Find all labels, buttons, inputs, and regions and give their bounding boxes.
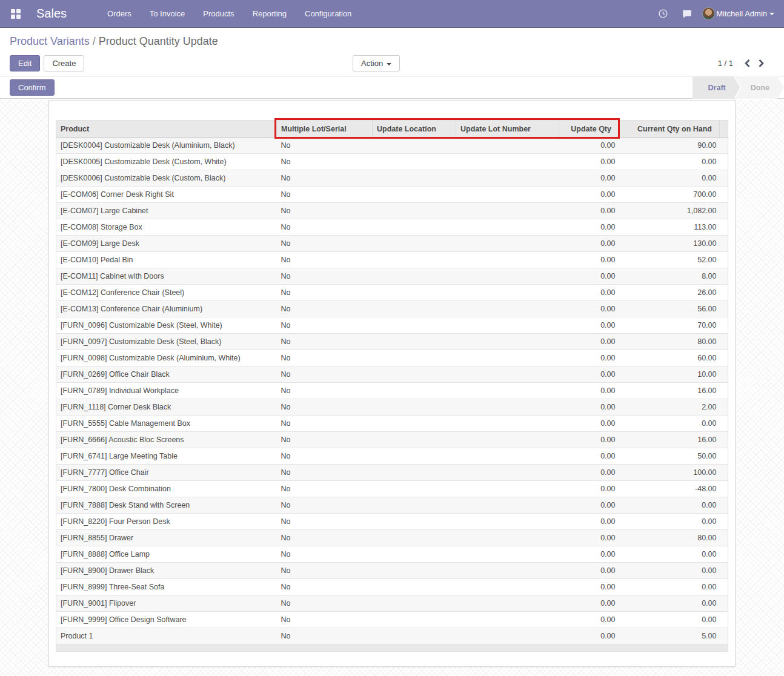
table-row[interactable]: [E-COM08] Storage Box No 0.00 113.00 — [56, 219, 728, 236]
cell-current-qty-on-hand: 700.00 — [619, 187, 720, 203]
cell-current-qty-on-hand: 16.00 — [619, 383, 720, 399]
cell-update-qty: 0.00 — [559, 448, 619, 465]
edit-button[interactable]: Edit — [10, 55, 40, 71]
cell-filler — [720, 219, 728, 236]
column-header-update-lot-number[interactable]: Update Lot Number — [456, 121, 559, 138]
table-row[interactable]: [DESK0006] Customizable Desk (Custom, Bl… — [56, 170, 728, 187]
top-navbar: Sales Orders To Invoice Products Reporti… — [0, 0, 784, 28]
cell-update-location — [373, 317, 456, 334]
table-row[interactable]: [FURN_0269] Office Chair Black No 0.00 1… — [56, 366, 728, 383]
menu-orders[interactable]: Orders — [101, 5, 138, 22]
cell-update-lot-number — [456, 432, 559, 448]
cell-update-lot-number — [456, 416, 559, 432]
table-row[interactable]: [FURN_8999] Three-Seat Sofa No 0.00 0.00 — [56, 579, 728, 595]
cell-current-qty-on-hand: 26.00 — [619, 285, 720, 301]
cell-product: [FURN_0789] Individual Workplace — [56, 383, 277, 399]
table-row[interactable]: [FURN_6666] Acoustic Bloc Screens No 0.0… — [56, 432, 728, 448]
table-row[interactable]: [FURN_1118] Corner Desk Black No 0.00 2.… — [56, 399, 728, 416]
cell-filler — [720, 595, 728, 612]
column-header-multiple-lot-serial[interactable]: Multiple Lot/Serial — [277, 121, 373, 138]
table-row[interactable]: [FURN_0096] Customizable Desk (Steel, Wh… — [56, 317, 728, 334]
column-header-current-qty-on-hand[interactable]: Current Qty on Hand — [619, 121, 720, 138]
table-row[interactable]: [FURN_0097] Customizable Desk (Steel, Bl… — [56, 334, 728, 350]
cell-current-qty-on-hand: 80.00 — [619, 530, 720, 546]
cell-current-qty-on-hand: 16.00 — [619, 432, 720, 448]
cell-update-qty: 0.00 — [559, 236, 619, 252]
cell-filler — [720, 612, 728, 628]
cell-multiple-lot-serial: No — [277, 497, 373, 514]
cell-update-lot-number — [456, 301, 559, 317]
cell-update-location — [373, 203, 456, 219]
cell-filler — [720, 579, 728, 595]
table-row[interactable]: [FURN_9001] Flipover No 0.00 0.00 — [56, 595, 728, 612]
menu-configuration[interactable]: Configuration — [298, 5, 358, 22]
confirm-button[interactable]: Confirm — [10, 79, 55, 96]
column-header-update-location[interactable]: Update Location — [373, 121, 456, 138]
column-header-update-qty[interactable]: Update Qty — [559, 121, 619, 138]
table-row[interactable]: [FURN_9999] Office Design Software No 0.… — [56, 612, 728, 628]
menu-reporting[interactable]: Reporting — [246, 5, 293, 22]
table-row[interactable]: [E-COM11] Cabinet with Doors No 0.00 8.0… — [56, 268, 728, 285]
table-row[interactable]: [E-COM13] Conference Chair (Aluminium) N… — [56, 301, 728, 317]
status-draft[interactable]: Draft — [693, 76, 740, 99]
cell-multiple-lot-serial: No — [277, 252, 373, 268]
table-row[interactable]: [E-COM06] Corner Desk Right Sit No 0.00 … — [56, 187, 728, 203]
cell-update-location — [373, 612, 456, 628]
table-row[interactable]: [FURN_7777] Office Chair No 0.00 100.00 — [56, 465, 728, 481]
cell-current-qty-on-hand: 0.00 — [619, 595, 720, 612]
table-row[interactable]: [DESK0005] Customizable Desk (Custom, Wh… — [56, 154, 728, 170]
chevron-left-icon — [744, 59, 751, 68]
cell-current-qty-on-hand: 2.00 — [619, 399, 720, 416]
cell-update-lot-number — [456, 595, 559, 612]
table-row[interactable]: [FURN_8220] Four Person Desk No 0.00 0.0… — [56, 514, 728, 530]
form-view-background: Product Multiple Lot/Serial Update Locat… — [0, 100, 784, 676]
table-row[interactable]: [FURN_7800] Desk Combination No 0.00 -48… — [56, 481, 728, 497]
pager-previous-button[interactable] — [743, 58, 752, 69]
table-row[interactable]: [FURN_0098] Customizable Desk (Aluminium… — [56, 350, 728, 366]
table-row[interactable]: [E-COM12] Conference Chair (Steel) No 0.… — [56, 285, 728, 301]
menu-to-invoice[interactable]: To Invoice — [143, 5, 192, 22]
status-done[interactable]: Done — [735, 76, 784, 99]
pager-next-button[interactable] — [757, 58, 766, 69]
cell-filler — [720, 203, 728, 219]
cell-filler — [720, 285, 728, 301]
cell-update-lot-number — [456, 579, 559, 595]
cell-update-qty: 0.00 — [559, 546, 619, 563]
table-row[interactable]: [FURN_6741] Large Meeting Table No 0.00 … — [56, 448, 728, 465]
cell-update-location — [373, 366, 456, 383]
table-row[interactable]: [E-COM07] Large Cabinet No 0.00 1,082.00 — [56, 203, 728, 219]
cell-update-location — [373, 252, 456, 268]
column-header-product[interactable]: Product — [56, 121, 277, 138]
table-row[interactable]: [FURN_8888] Office Lamp No 0.00 0.00 — [56, 546, 728, 563]
cell-product: [FURN_5555] Cable Management Box — [56, 416, 277, 432]
table-row[interactable]: [FURN_8900] Drawer Black No 0.00 0.00 — [56, 563, 728, 579]
activities-clock-icon[interactable] — [654, 5, 672, 23]
table-row[interactable]: [DESK0004] Customizable Desk (Aluminium,… — [56, 138, 728, 154]
table-row[interactable]: [E-COM10] Pedal Bin No 0.00 52.00 — [56, 252, 728, 268]
cell-update-qty: 0.00 — [559, 481, 619, 497]
cell-update-lot-number — [456, 317, 559, 334]
table-row[interactable]: Product 1 No 0.00 5.00 — [56, 628, 728, 645]
messages-chat-icon[interactable] — [678, 5, 696, 23]
cell-filler — [720, 301, 728, 317]
action-dropdown-button[interactable]: Action — [353, 55, 400, 71]
apps-menu-icon[interactable] — [11, 9, 21, 19]
cell-product: [DESK0004] Customizable Desk (Aluminium,… — [56, 138, 277, 154]
user-menu[interactable]: Mitchell Admin — [702, 5, 774, 23]
create-button[interactable]: Create — [44, 55, 84, 71]
table-row[interactable]: [FURN_5555] Cable Management Box No 0.00… — [56, 416, 728, 432]
table-row[interactable]: [FURN_7888] Desk Stand with Screen No 0.… — [56, 497, 728, 514]
menu-products[interactable]: Products — [196, 5, 241, 22]
table-row[interactable]: [E-COM09] Large Desk No 0.00 130.00 — [56, 236, 728, 252]
table-row[interactable]: [FURN_8855] Drawer No 0.00 80.00 — [56, 530, 728, 546]
cell-product: [FURN_8855] Drawer — [56, 530, 277, 546]
cell-product: [FURN_8900] Drawer Black — [56, 563, 277, 579]
cell-current-qty-on-hand: 0.00 — [619, 154, 720, 170]
cell-update-location — [373, 334, 456, 350]
cell-update-qty: 0.00 — [559, 579, 619, 595]
table-row[interactable]: [FURN_0789] Individual Workplace No 0.00… — [56, 383, 728, 399]
pager-value: 1 / 1 — [718, 59, 733, 68]
cell-filler — [720, 252, 728, 268]
app-brand[interactable]: Sales — [36, 7, 67, 21]
breadcrumb-parent-link[interactable]: Product Variants — [10, 35, 90, 47]
